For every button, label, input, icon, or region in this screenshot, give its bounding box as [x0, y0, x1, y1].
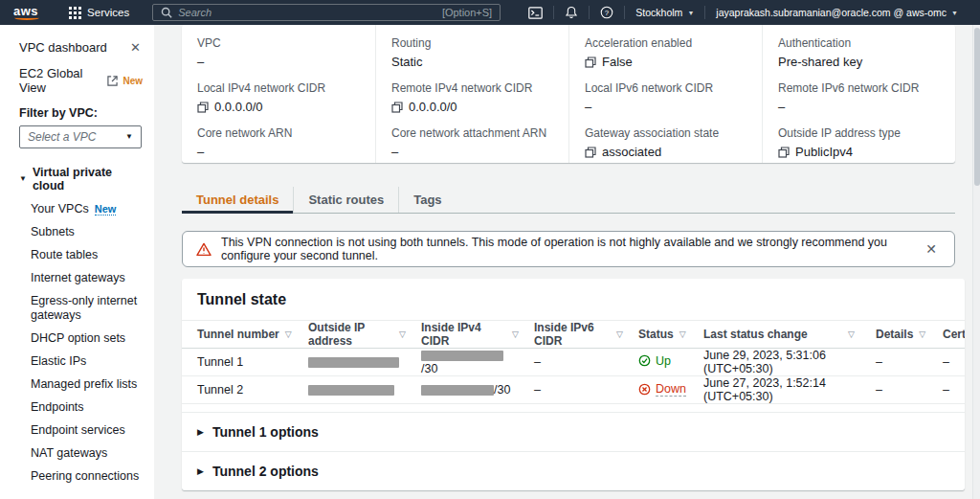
field-value: PublicIpv4 — [795, 145, 853, 159]
warning-triangle-icon — [196, 242, 212, 257]
caret-down-icon: ▼ — [19, 175, 27, 183]
copy-icon[interactable] — [585, 147, 596, 158]
aws-smile-icon — [14, 15, 39, 20]
tunnel-number-cell: Tunnel 2 — [182, 376, 297, 404]
aws-logo[interactable]: aws — [10, 4, 42, 21]
close-icon[interactable]: ✕ — [922, 241, 941, 257]
field-value: 0.0.0.0/0 — [409, 100, 457, 114]
sort-icon[interactable]: ▽ — [848, 330, 855, 339]
main-content: VPC – Local IPv4 network CIDR 0.0.0.0/0 … — [182, 25, 965, 499]
sidebar-item-endpoints[interactable]: Endpoints — [31, 400, 143, 415]
tab-static-routes[interactable]: Static routes — [293, 187, 398, 213]
sidebar-item-nat-gateways[interactable]: NAT gateways — [31, 446, 143, 461]
tunnel-state-panel: Tunnel state Tunnel number▽ Outside IP a… — [182, 279, 965, 490]
close-icon[interactable]: ✕ — [128, 40, 143, 55]
tunnel-1-options-expander[interactable]: ▶ Tunnel 1 options — [182, 412, 965, 451]
sidebar-item-internet-gateways[interactable]: Internet gateways — [31, 271, 143, 285]
sidebar-item-managed-prefix-lists[interactable]: Managed prefix lists — [31, 377, 143, 392]
column-header-status[interactable]: Status▽ — [627, 321, 692, 349]
field-value: – — [197, 145, 204, 159]
apps-grid-icon — [69, 7, 81, 19]
tunnel-2-options-expander[interactable]: ▶ Tunnel 2 options — [182, 451, 965, 490]
last-status-change-cell: June 29, 2023, 5:31:06 (UTC+05:30) — [692, 349, 864, 376]
certificate-cell: – — [931, 376, 965, 404]
sidebar-item-dhcp-option-sets[interactable]: DHCP option sets — [31, 331, 143, 346]
services-label: Services — [87, 7, 129, 18]
scrollbar-thumb[interactable] — [974, 28, 980, 186]
vertical-scrollbar[interactable] — [972, 25, 980, 499]
field-value: – — [778, 100, 785, 114]
status-cell: Up — [627, 349, 692, 376]
global-search[interactable]: [Option+S] — [152, 4, 501, 21]
notifications-bell-icon[interactable] — [554, 0, 589, 25]
sidebar-item-vpc-dashboard[interactable]: VPC dashboard — [19, 40, 107, 55]
column-header-last-status-change[interactable]: Last status change▽ — [692, 321, 864, 349]
outside-ip-cell — [297, 376, 410, 404]
sidebar-item-egress-only-internet-gateways[interactable]: Egress-only internet gateways — [31, 294, 143, 323]
field-value: associated — [602, 145, 661, 159]
status-badge: Down — [638, 382, 686, 397]
field-value: Pre-shared key — [778, 55, 862, 69]
ec2-global-view-label: EC2 Global View — [19, 66, 102, 95]
copy-icon[interactable] — [197, 102, 209, 113]
redacted-value — [308, 357, 399, 368]
redacted-value — [421, 351, 503, 361]
field-value: – — [391, 145, 398, 159]
redacted-value — [421, 385, 494, 396]
external-link-icon — [107, 76, 118, 86]
column-header-tunnel-number[interactable]: Tunnel number▽ — [182, 321, 297, 349]
field-value: – — [585, 100, 591, 114]
region-selector[interactable]: Stockholm ▼ — [625, 0, 704, 25]
help-icon[interactable]: ? — [590, 0, 624, 25]
field-value: 0.0.0.0/0 — [214, 100, 263, 114]
sort-icon[interactable]: ▽ — [679, 330, 686, 339]
sort-icon[interactable]: ▽ — [919, 330, 925, 339]
table-row-tunnel-1: Tunnel 1 /30 – Up June 29, 2023, 5:31:06… — [182, 349, 965, 376]
field-label: Acceleration enabled — [585, 36, 746, 50]
tab-tunnel-details[interactable]: Tunnel details — [182, 187, 293, 213]
warning-message: This VPN connection is not using both tu… — [221, 236, 912, 262]
sidebar-item-elastic-ips[interactable]: Elastic IPs — [31, 354, 143, 369]
inside-ipv6-cell: – — [523, 349, 627, 376]
caret-right-icon: ▶ — [197, 428, 204, 437]
sort-icon[interactable]: ▽ — [616, 330, 623, 339]
copy-icon[interactable] — [778, 147, 790, 158]
column-header-inside-ipv4[interactable]: Inside IPv4 CIDR▽ — [410, 321, 523, 349]
table-row-tunnel-2: Tunnel 2 /30 – Down June 27, 2023, 1:52:… — [182, 376, 965, 404]
new-badge: New — [122, 76, 143, 86]
inside-ipv4-cell: /30 — [410, 376, 523, 404]
column-header-inside-ipv6[interactable]: Inside IPv6 CIDR▽ — [523, 321, 627, 349]
services-menu[interactable]: Services — [59, 0, 139, 25]
sidebar-item-ec2-global-view[interactable]: EC2 Global View New — [19, 66, 143, 95]
chevron-down-icon: ▼ — [951, 10, 958, 16]
certificate-cell: – — [931, 349, 965, 376]
section-virtual-private-cloud[interactable]: ▼ Virtual private cloud — [19, 166, 143, 193]
sidebar-item-route-tables[interactable]: Route tables — [31, 248, 143, 262]
copy-icon[interactable] — [585, 57, 596, 68]
tab-tags[interactable]: Tags — [398, 187, 456, 213]
sidebar-item-peering-connections[interactable]: Peering connections — [31, 469, 143, 484]
sidebar-item-endpoint-services[interactable]: Endpoint services — [31, 423, 143, 438]
column-header-details[interactable]: Details▽ — [864, 321, 931, 349]
field-label: Gateway association state — [585, 126, 746, 140]
field-label: Routing — [391, 36, 553, 50]
field-label: Remote IPv4 network CIDR — [391, 81, 553, 95]
field-label: Local IPv6 network CIDR — [585, 81, 746, 95]
cloudshell-icon[interactable] — [518, 0, 553, 25]
copy-icon[interactable] — [391, 102, 403, 113]
field-label: Remote IPv6 network CIDR — [778, 81, 940, 95]
sort-icon[interactable]: ▽ — [285, 330, 292, 339]
search-input[interactable] — [178, 7, 436, 18]
sidebar-item-subnets[interactable]: Subnets — [31, 225, 143, 239]
filter-by-vpc-label: Filter by VPC: — [19, 106, 143, 120]
sort-icon[interactable]: ▽ — [399, 330, 406, 339]
tunnel-state-table: Tunnel number▽ Outside IP address▽ Insid… — [182, 320, 965, 404]
search-icon — [161, 7, 172, 18]
sidebar-item-your-vpcs[interactable]: Your VPCsNew — [31, 202, 143, 216]
field-label: Core network ARN — [197, 126, 360, 140]
column-header-certificate[interactable]: Certi — [931, 321, 965, 349]
column-header-outside-ip[interactable]: Outside IP address▽ — [297, 321, 410, 349]
vpc-filter-select[interactable]: Select a VPC ▼ — [19, 125, 142, 148]
sort-icon[interactable]: ▽ — [512, 330, 519, 339]
account-menu[interactable]: jayaprakash.subramanian@oracle.com @ aws… — [705, 0, 969, 25]
